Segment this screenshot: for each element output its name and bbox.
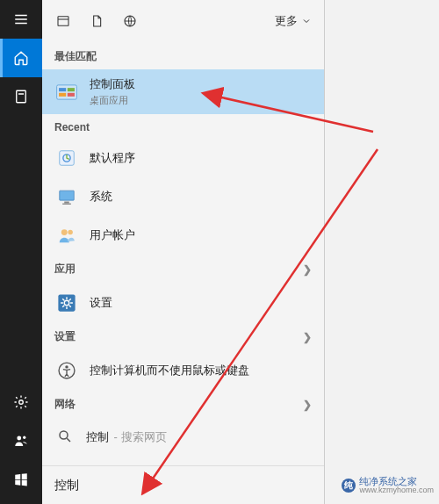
category-label: 设置 (54, 329, 76, 344)
app-item-label: 设置 (90, 295, 112, 311)
search-icon (54, 426, 76, 447)
document-icon (90, 14, 104, 28)
svg-rect-14 (60, 191, 75, 200)
hamburger-icon (13, 11, 29, 27)
svg-point-22 (65, 365, 68, 368)
web-search-prefix: 控制 (86, 430, 109, 443)
window-icon (56, 14, 70, 28)
watermark-logo-icon: 纯 (342, 479, 356, 493)
search-footer (42, 465, 324, 504)
more-label: 更多 (275, 13, 298, 29)
filter-web-button[interactable] (121, 12, 139, 30)
svg-rect-16 (62, 204, 71, 205)
setting-item-control-without-mouse[interactable]: 控制计算机而不使用鼠标或键盘 (42, 351, 324, 390)
panel-topbar: 更多 (42, 0, 324, 42)
people-button[interactable] (0, 421, 42, 460)
recent-item-user-accounts[interactable]: 用户帐户 (42, 216, 324, 255)
svg-rect-1 (18, 93, 24, 95)
svg-point-23 (60, 431, 68, 439)
chevron-down-icon (301, 16, 312, 26)
svg-rect-5 (58, 17, 68, 26)
category-settings[interactable]: 设置 ❯ (42, 322, 324, 351)
globe-icon (123, 14, 137, 28)
svg-rect-11 (68, 92, 75, 96)
doc-button[interactable] (0, 77, 42, 116)
best-match-item[interactable]: 控制面板 桌面应用 (42, 69, 324, 114)
desktop-area[interactable] (325, 0, 439, 504)
system-icon (54, 184, 79, 209)
recent-header: Recent (42, 114, 324, 139)
people-icon (13, 433, 29, 449)
settings-app-icon (54, 291, 79, 315)
home-icon (13, 50, 29, 66)
recent-item-label: 用户帐户 (90, 227, 135, 243)
filter-docs-button[interactable] (88, 12, 105, 30)
best-match-title: 控制面板 (90, 76, 135, 92)
recent-item-default-programs[interactable]: 默认程序 (42, 139, 324, 177)
results-content: 最佳匹配 控制面板 桌面应用 Recent 默认程序 系统 (42, 42, 324, 465)
chevron-right-icon: ❯ (303, 399, 312, 411)
svg-rect-10 (59, 92, 66, 96)
svg-point-2 (19, 400, 24, 405)
accessibility-icon (54, 358, 79, 383)
recent-item-system[interactable]: 系统 (42, 177, 324, 216)
category-label: 网络 (54, 397, 76, 412)
doc-icon (13, 89, 29, 104)
hamburger-menu[interactable] (0, 0, 42, 39)
svg-rect-15 (64, 202, 69, 204)
control-panel-icon (54, 80, 79, 104)
settings-button[interactable] (0, 383, 42, 421)
svg-rect-8 (59, 88, 66, 91)
category-apps[interactable]: 应用 ❯ (42, 255, 324, 284)
svg-rect-7 (57, 84, 77, 98)
category-network[interactable]: 网络 ❯ (42, 390, 324, 419)
recent-item-label: 系统 (90, 189, 112, 205)
svg-point-3 (17, 436, 21, 441)
best-match-subtitle: 桌面应用 (90, 94, 135, 107)
chevron-right-icon: ❯ (303, 331, 312, 343)
setting-item-label: 控制计算机而不使用鼠标或键盘 (90, 363, 249, 378)
filter-apps-button[interactable] (54, 12, 72, 30)
svg-point-4 (23, 436, 25, 439)
home-button[interactable] (0, 39, 42, 77)
windows-icon (13, 472, 29, 487)
start-button[interactable] (0, 460, 42, 499)
web-search-item[interactable]: 控制 - 搜索网页 (42, 419, 324, 454)
start-sidebar (0, 0, 42, 504)
watermark: 纯 纯净系统之家 www.kzmyhome.com (342, 476, 434, 495)
chevron-right-icon: ❯ (303, 263, 312, 276)
app-item-settings[interactable]: 设置 (42, 284, 324, 322)
category-label: 应用 (54, 262, 76, 277)
web-search-suffix: - 搜索网页 (111, 430, 167, 443)
watermark-url: www.kzmyhome.com (359, 486, 434, 495)
search-input[interactable] (54, 479, 312, 493)
svg-rect-0 (17, 90, 26, 103)
svg-rect-9 (68, 88, 75, 91)
svg-point-18 (68, 230, 73, 235)
recent-item-label: 默认程序 (90, 150, 135, 166)
user-accounts-icon (54, 223, 79, 248)
search-panel: 更多 最佳匹配 控制面板 桌面应用 Recent 默认程序 系统 (42, 0, 325, 504)
svg-point-17 (61, 229, 68, 235)
more-button[interactable]: 更多 (275, 13, 312, 29)
default-programs-icon (54, 146, 79, 170)
gear-icon (13, 394, 29, 410)
best-match-header: 最佳匹配 (42, 42, 324, 69)
